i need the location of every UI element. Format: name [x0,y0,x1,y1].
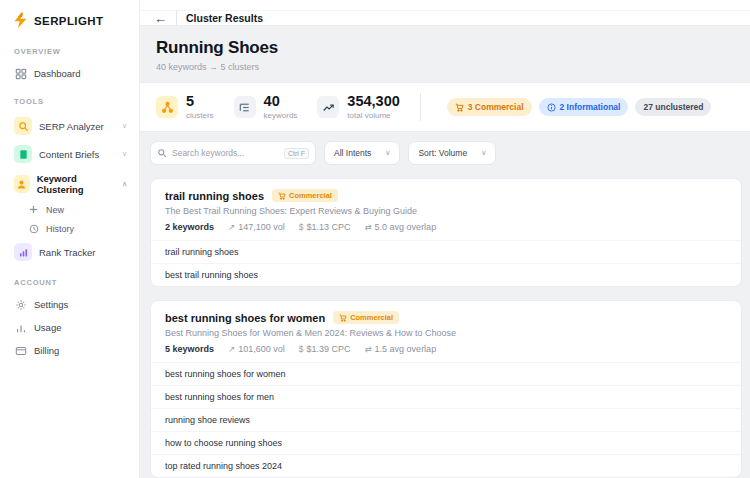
sidebar-item-rank-tracker[interactable]: Rank Tracker [12,238,129,266]
sidebar-item-dashboard[interactable]: Dashboard [12,62,129,85]
gear-icon [14,298,27,311]
badge-label: 2 Informational [560,102,621,112]
cluster-volume-value: 147,100 vol [238,222,285,232]
back-button[interactable]: ← [154,12,167,25]
cluster-suggested-title: The Best Trail Running Shoes: Expert Rev… [165,206,727,216]
badge-label: 3 Commercial [468,102,524,112]
search-input[interactable] [172,148,279,158]
main-content: ← Cluster Results Running Shoes 40 keywo… [140,0,750,478]
title-section: Running Shoes 40 keywords → 5 clusters [140,26,750,82]
header-divider [176,11,177,25]
cluster-overlap-value: 5.0 avg overlap [375,222,437,232]
chevron-down-icon: ∨ [385,149,390,157]
cluster-name: best running shoes for women [165,312,325,324]
user-cluster-icon [14,175,30,193]
sidebar-item-label: History [46,224,74,234]
cluster-overlap-value: 1.5 avg overlap [375,344,437,354]
stat-label: keywords [264,111,298,120]
network-cluster-icon [156,96,178,118]
logo[interactable]: SERPLIGHT [12,12,129,29]
keyword-row[interactable]: trail running shoes [151,240,741,263]
cart-icon [278,192,286,200]
keyword-row[interactable]: top rated running shoes 2024 [151,454,741,477]
chevron-down-icon: ∨ [122,122,127,130]
lightning-bolt-icon [12,12,29,29]
search-box[interactable]: Ctrl F [150,141,316,165]
intent-badges: 3 Commercial 2 Informational 27 uncluste… [447,98,712,116]
cluster-card: best running shoes for women Commercial … [150,300,742,478]
sidebar-item-billing[interactable]: Billing [12,339,129,362]
intent-filter-select[interactable]: All Intents ∨ [324,141,400,165]
sidebar-item-content-briefs[interactable]: Content Briefs ∨ [12,140,129,168]
sidebar-item-settings[interactable]: Settings [12,293,129,316]
cluster-card-header[interactable]: best running shoes for women Commercial … [151,301,741,362]
filter-row: Ctrl F All Intents ∨ Sort: Volume ∨ [140,132,750,174]
commercial-count-badge: 3 Commercial [447,98,532,116]
sidebar-item-label: Keyword Clustering [37,173,115,195]
cluster-list: trail running shoes Commercial The Best … [140,174,750,478]
page-subtitle: 40 keywords → 5 clusters [156,62,734,72]
chevron-down-icon: ∨ [122,150,127,158]
intent-label: Commercial [350,313,393,322]
cluster-name: trail running shoes [165,190,264,202]
informational-count-badge: 2 Informational [539,98,629,116]
document-icon [14,145,32,163]
keyword-row[interactable]: best running shoes for women [151,362,741,385]
trend-icon: ↗ [228,222,235,232]
keyword-row[interactable]: best running shoes for men [151,385,741,408]
plus-icon [28,204,39,215]
sidebar-item-keyword-clustering[interactable]: Keyword Clustering ∧ [12,168,129,200]
credit-card-icon [14,344,27,357]
keyword-clustering-submenu: New History [26,200,129,238]
sort-value: Sort: Volume [418,148,467,158]
info-circle-icon [547,103,556,112]
dollar-icon: $ [299,344,304,354]
chevron-up-icon: ∧ [122,180,127,188]
sidebar-item-label: Dashboard [34,68,80,79]
sidebar-item-label: Usage [34,322,61,333]
sidebar-item-usage[interactable]: Usage [12,316,129,339]
cluster-overlap: ⇄ 5.0 avg overlap [364,222,436,232]
cluster-cpc: $ $1.13 CPC [299,222,351,232]
sidebar-section-account: ACCOUNT [14,278,129,287]
cluster-meta: 2 keywords ↗ 147,100 vol $ $1.13 CPC ⇄ 5… [165,222,727,232]
cluster-intent-badge: Commercial [272,189,338,202]
cluster-overlap: ⇄ 1.5 avg overlap [364,344,436,354]
list-tree-icon [234,96,256,118]
trend-icon: ↗ [228,344,235,354]
cluster-cpc-value: $1.39 CPC [306,344,350,354]
cluster-cpc: $ $1.39 CPC [299,344,351,354]
intent-filter-value: All Intents [334,148,371,158]
page-header: ← Cluster Results [140,11,750,26]
sidebar: SERPLIGHT OVERVIEW Dashboard TOOLS SERP … [0,0,140,478]
stat-label: total volume [347,111,399,120]
stat-value: 40 [264,94,298,109]
cluster-cpc-value: $1.13 CPC [306,222,350,232]
page-header-title: Cluster Results [186,12,263,24]
cluster-volume: ↗ 101,600 vol [228,344,285,354]
trending-up-icon [317,96,339,118]
page-title: Running Shoes [156,38,734,58]
clock-icon [28,223,39,234]
cluster-card-header[interactable]: trail running shoes Commercial The Best … [151,179,741,240]
app-title: SERPLIGHT [34,15,103,27]
sidebar-item-serp-analyzer[interactable]: SERP Analyzer ∨ [12,112,129,140]
keyword-row[interactable]: best trail running shoes [151,263,741,286]
keyword-row[interactable]: how to choose running shoes [151,431,741,454]
intent-label: Commercial [289,191,332,200]
cluster-volume-value: 101,600 vol [238,344,285,354]
keyword-row[interactable]: running shoe reviews [151,408,741,431]
badge-label: 27 unclustered [643,102,703,112]
sidebar-item-new[interactable]: New [26,200,129,219]
cluster-meta: 5 keywords ↗ 101,600 vol $ $1.39 CPC ⇄ 1… [165,344,727,354]
sidebar-item-history[interactable]: History [26,219,129,238]
search-shortcut-hint: Ctrl F [284,148,309,159]
cluster-card: trail running shoes Commercial The Best … [150,178,742,287]
cluster-keyword-count: 2 keywords [165,222,214,232]
magnifier-icon [14,117,32,135]
sort-select[interactable]: Sort: Volume ∨ [408,141,496,165]
sidebar-item-label: Billing [34,345,59,356]
search-icon [157,148,167,158]
unclustered-count-badge: 27 unclustered [635,98,711,116]
overlap-icon: ⇄ [364,344,371,354]
